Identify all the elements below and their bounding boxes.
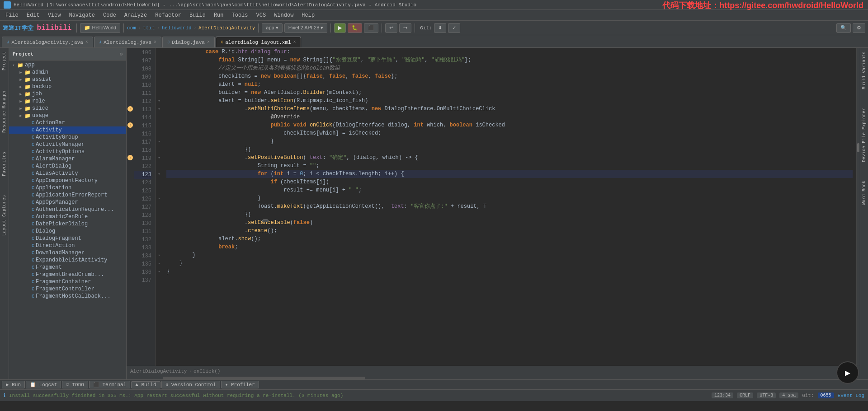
tree-item-fragment[interactable]: ▶ C Fragment: [9, 264, 126, 271]
fold-106[interactable]: [156, 48, 163, 56]
bp-127[interactable]: [127, 202, 134, 210]
video-widget[interactable]: ▶: [836, 361, 859, 384]
tree-item-backup[interactable]: ▶ 📁 backup: [9, 83, 126, 90]
fold-110[interactable]: [156, 80, 163, 89]
tree-item-fragmentbreadcrumb[interactable]: ▶ C FragmentBreadCrumb...: [9, 271, 126, 278]
right-tab-build-variants[interactable]: Build Variants: [861, 50, 868, 91]
tree-item-application[interactable]: ▶ C Application: [9, 184, 126, 191]
fold-134[interactable]: ▾: [156, 251, 163, 259]
settings-button[interactable]: ⚙: [853, 23, 865, 33]
app-selector[interactable]: app ▾: [262, 23, 282, 33]
bp-108[interactable]: [127, 64, 134, 72]
breadcrumb-alertdialog[interactable]: AlertDialogActivity: [130, 369, 187, 374]
tab-alertdialogactivity[interactable]: J AlertDialogActivity.java ×: [2, 37, 93, 47]
bp-126[interactable]: [127, 194, 134, 202]
line-ending[interactable]: CRLF: [737, 392, 753, 398]
bp-123[interactable]: [127, 170, 134, 178]
tree-item-expandablelist[interactable]: ▶ C ExpandableListActivity: [9, 257, 126, 264]
device-selector[interactable]: Pixel 2 API 28 ▾: [284, 23, 328, 33]
event-log-btn[interactable]: Event Log: [838, 393, 864, 398]
bp-106[interactable]: [127, 48, 134, 56]
bp-119[interactable]: !: [127, 154, 134, 162]
tree-item-datepickerdialog[interactable]: ▶ C DatePickerDialog: [9, 220, 126, 228]
tree-item-downloadmanager[interactable]: ▶ C DownloadManager: [9, 249, 126, 257]
hscroll-thumb[interactable]: [163, 377, 365, 379]
terminal-btn[interactable]: ⬛ Terminal: [89, 381, 130, 388]
fold-136[interactable]: ▾: [156, 267, 163, 276]
fold-118[interactable]: [156, 145, 163, 154]
git-commit[interactable]: ✓: [448, 23, 460, 33]
fold-115[interactable]: [156, 121, 163, 129]
scrollbar-vertical[interactable]: [856, 48, 860, 366]
scrollbar-thumb[interactable]: [857, 143, 859, 152]
version-control-btn[interactable]: ⇅ Version Control: [161, 381, 220, 388]
fold-128[interactable]: [156, 210, 163, 219]
fold-133[interactable]: [156, 243, 163, 251]
tab-close-4[interactable]: ×: [293, 40, 296, 45]
bp-110[interactable]: [127, 80, 134, 89]
fold-132[interactable]: [156, 235, 163, 243]
bp-137[interactable]: [127, 276, 134, 284]
bp-125[interactable]: [127, 186, 134, 194]
bp-109[interactable]: [127, 72, 134, 80]
bp-131[interactable]: [127, 227, 134, 235]
fold-126[interactable]: ▾: [156, 194, 163, 202]
tree-item-actionbar[interactable]: ▶ C ActionBar: [9, 119, 126, 126]
bp-107[interactable]: [127, 56, 134, 64]
fold-124[interactable]: [156, 178, 163, 186]
menu-analyze[interactable]: Analyze: [121, 11, 151, 19]
project-btn[interactable]: 📁 HelloWorld: [80, 23, 120, 33]
menu-tools[interactable]: Tools: [228, 11, 252, 19]
tree-item-appcomponentfactory[interactable]: ▶ C AppComponentFactory: [9, 177, 126, 184]
menu-code[interactable]: Code: [99, 11, 120, 19]
bp-133[interactable]: [127, 243, 134, 251]
run-tool-btn[interactable]: ▶ Run: [2, 381, 25, 388]
sidebar-tab-layout[interactable]: Layout Captures: [1, 193, 8, 238]
indent[interactable]: 4 spa: [779, 392, 798, 398]
bp-111[interactable]: [127, 89, 134, 97]
bp-117[interactable]: [127, 137, 134, 145]
bp-124[interactable]: [127, 178, 134, 186]
fold-113[interactable]: ▾: [156, 105, 163, 113]
tree-item-admin[interactable]: ▶ 📁 admin: [9, 69, 126, 76]
tab-dialog[interactable]: J Dialog.java ×: [162, 37, 215, 47]
fold-119[interactable]: ▾: [156, 154, 163, 162]
menu-file[interactable]: File: [2, 11, 22, 19]
right-tab-word-book[interactable]: Word Book: [861, 179, 868, 207]
bp-128[interactable]: [127, 210, 134, 219]
menu-run[interactable]: Run: [210, 11, 227, 19]
fold-117[interactable]: ▾: [156, 137, 163, 145]
tree-item-appopsmanager[interactable]: ▶ C AppOpsManager: [9, 199, 126, 206]
menu-help[interactable]: Help: [298, 11, 318, 19]
fold-125[interactable]: [156, 186, 163, 194]
redo-button[interactable]: ↪: [399, 23, 411, 33]
menu-window[interactable]: Window: [270, 11, 297, 19]
tree-item-app[interactable]: ▾ 📁 app: [9, 61, 126, 69]
tree-item-fragmentcontroller[interactable]: ▶ C FragmentController: [9, 285, 126, 293]
code-lines-container[interactable]: case R.id.btn_dialog_four: final String[…: [163, 48, 856, 366]
tree-item-fragmenthostcallback[interactable]: ▶ C FragmentHostCallback...: [9, 293, 126, 300]
tree-item-authreq[interactable]: ▶ C AuthenticationRequire...: [9, 206, 126, 213]
logcat-btn[interactable]: 📋 Logcat: [26, 381, 61, 388]
tree-item-slice[interactable]: ▶ 📁 slice: [9, 105, 126, 112]
tab-close-2[interactable]: ×: [154, 40, 156, 45]
fold-130[interactable]: [156, 219, 163, 227]
fold-135[interactable]: ▾: [156, 259, 163, 267]
tree-item-activitymanager[interactable]: ▶ C ActivityManager: [9, 141, 126, 148]
sidebar-tab-resource[interactable]: Resource Manager: [1, 88, 8, 135]
tree-item-usage[interactable]: ▶ 📁 usage: [9, 112, 126, 119]
tree-item-automaticzenrule[interactable]: ▶ C AutomaticZenRule: [9, 213, 126, 220]
tree-item-activity[interactable]: ▶ C Activity: [9, 126, 126, 134]
debug-button[interactable]: 🐛: [348, 23, 362, 33]
bp-114[interactable]: [127, 113, 134, 121]
sidebar-tab-favorites[interactable]: Favorites: [1, 150, 8, 178]
bp-116[interactable]: [127, 129, 134, 137]
menu-navigate[interactable]: Navigate: [65, 11, 99, 19]
fold-116[interactable]: [156, 129, 163, 137]
tab-alertdialog-layout[interactable]: X alertdialog_layout.xml ×: [216, 37, 301, 47]
bp-112[interactable]: [127, 97, 134, 105]
profiler-btn[interactable]: ✦ Profiler: [221, 381, 259, 388]
tree-item-applicationerrorreport[interactable]: ▶ C ApplicationErrorReport: [9, 191, 126, 199]
bp-134[interactable]: [127, 251, 134, 259]
build-btn[interactable]: ▲ Build: [131, 381, 160, 388]
